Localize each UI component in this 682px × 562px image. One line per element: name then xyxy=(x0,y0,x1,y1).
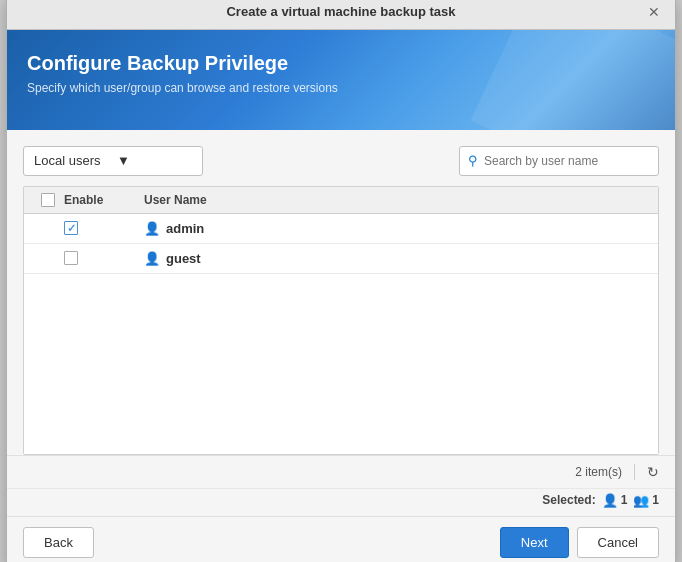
table-row: 👤 guest xyxy=(24,244,658,274)
user-icon: 👤 xyxy=(144,251,160,266)
item-count: 2 item(s) xyxy=(575,465,622,479)
header-check-col xyxy=(32,193,64,207)
enable-cell xyxy=(64,251,144,265)
select-all-checkbox[interactable] xyxy=(41,193,55,207)
right-buttons: Next Cancel xyxy=(500,527,659,558)
selected-group-count: 1 xyxy=(652,493,659,507)
user-group-dropdown[interactable]: Local users ▼ xyxy=(23,146,203,176)
username-cell-admin: 👤 admin xyxy=(144,221,650,236)
cancel-button[interactable]: Cancel xyxy=(577,527,659,558)
dropdown-label: Local users xyxy=(34,153,109,168)
enable-checkbox-admin[interactable]: ✓ xyxy=(64,221,78,235)
search-box: ⚲ xyxy=(459,146,659,176)
toolbar: Local users ▼ ⚲ xyxy=(23,146,659,176)
users-table: Enable User Name ✓ 👤 admin xyxy=(23,186,659,455)
selected-user-count: 1 xyxy=(621,493,628,507)
dialog-title: Create a virtual machine backup task xyxy=(37,4,645,19)
group-icon-selected: 👥 xyxy=(633,493,649,508)
chevron-down-icon: ▼ xyxy=(117,153,192,168)
table-row: ✓ 👤 admin xyxy=(24,214,658,244)
footer-buttons: Back Next Cancel xyxy=(7,516,675,563)
user-icon-selected: 👤 xyxy=(602,493,618,508)
close-button[interactable]: ✕ xyxy=(645,3,663,21)
selected-label: Selected: xyxy=(542,493,595,507)
selected-user-badge: 👤 1 xyxy=(602,493,628,508)
empty-table-area xyxy=(24,274,658,454)
selected-group-badge: 👥 1 xyxy=(633,493,659,508)
header-banner: Configure Backup Privilege Specify which… xyxy=(7,30,675,130)
enable-checkbox-guest[interactable] xyxy=(64,251,78,265)
next-button[interactable]: Next xyxy=(500,527,569,558)
header-title: Configure Backup Privilege xyxy=(27,52,655,75)
check-icon: ✓ xyxy=(67,222,76,235)
username-col-header: User Name xyxy=(144,193,650,207)
refresh-icon[interactable]: ↻ xyxy=(647,464,659,480)
dialog: Create a virtual machine backup task ✕ C… xyxy=(6,0,676,562)
table-header: Enable User Name xyxy=(24,187,658,214)
title-bar: Create a virtual machine backup task ✕ xyxy=(7,0,675,30)
filter-icon: ⚲ xyxy=(468,153,478,168)
main-content: Local users ▼ ⚲ Enable User Name xyxy=(7,130,675,455)
username-label: guest xyxy=(166,251,201,266)
enable-col-header: Enable xyxy=(64,193,144,207)
user-icon: 👤 xyxy=(144,221,160,236)
footer-info: 2 item(s) ↻ xyxy=(7,455,675,488)
divider xyxy=(634,464,635,480)
username-cell-guest: 👤 guest xyxy=(144,251,650,266)
back-button[interactable]: Back xyxy=(23,527,94,558)
header-subtitle: Specify which user/group can browse and … xyxy=(27,81,655,95)
enable-cell: ✓ xyxy=(64,221,144,235)
selected-info: Selected: 👤 1 👥 1 xyxy=(542,493,659,508)
username-label: admin xyxy=(166,221,204,236)
search-input[interactable] xyxy=(484,154,634,168)
